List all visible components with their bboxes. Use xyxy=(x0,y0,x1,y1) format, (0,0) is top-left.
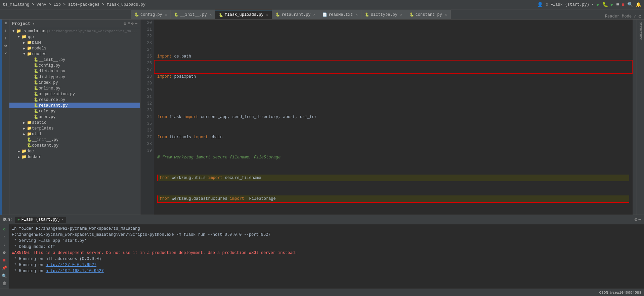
tree-item-root[interactable]: ▼ 📁 ts_malatang F:\zhangenwei\pycharm_wo… xyxy=(9,28,140,34)
run-tab-active[interactable]: ▶ Flask (start.py) ✕ xyxy=(15,217,66,223)
code-content: 20 21 22 23 24 25 26 27 28 29 30 31 32 3… xyxy=(140,20,637,215)
run-pin-btn[interactable]: 📌 xyxy=(1,265,8,271)
tree-item-docker[interactable]: ▶ 📁 docker xyxy=(9,154,140,160)
tree-item-templates[interactable]: ▶ 📁 templates xyxy=(9,125,140,131)
code-editor[interactable]: 20 21 22 23 24 25 26 27 28 29 30 31 32 3… xyxy=(140,20,637,215)
py-icon-dictdata: 🐍 xyxy=(34,69,39,74)
code-line-23 xyxy=(157,94,629,100)
project-icon-1[interactable]: ⊕ xyxy=(124,21,126,26)
struct-btn-1[interactable]: Structure xyxy=(638,21,643,41)
tree-item-dictdata[interactable]: 🐍 dictdata.py xyxy=(9,68,140,74)
tab-constant[interactable]: 🐍 constant.py ✕ xyxy=(406,10,451,19)
tab-config[interactable]: 🐍 config.py ✕ xyxy=(131,10,171,19)
arrow-static: ▶ xyxy=(22,121,27,125)
run-line-1: In folder F:/zhangenwei/pycharm_workspac… xyxy=(12,226,641,232)
close-run-tab[interactable]: ✕ xyxy=(61,217,64,222)
tab-flask-uploads[interactable]: 🐍 flask_uploads.py ✕ xyxy=(215,10,272,19)
coverage-icon[interactable]: ▶ xyxy=(611,2,613,7)
close-tab-dicttype[interactable]: ✕ xyxy=(400,12,402,17)
run-filter-btn[interactable]: 🔍 xyxy=(1,273,8,280)
tree-item-config[interactable]: 🐍 config.py xyxy=(9,63,140,68)
tree-item-doc[interactable]: ▶ 📁 doc xyxy=(9,148,140,154)
run-icon[interactable]: ▶ xyxy=(597,2,599,7)
close-tab-constant[interactable]: ✕ xyxy=(445,12,447,17)
tree-item-util[interactable]: ▶ 📁 util xyxy=(9,131,140,137)
status-info: CSDN @zew1040994588 xyxy=(599,291,641,295)
run-scroll-top-btn[interactable]: ↑ xyxy=(1,233,8,240)
run-scroll-bot-btn[interactable]: ↓ xyxy=(1,242,8,248)
py-icon-retaurant: 🐍 xyxy=(34,103,39,108)
arrow-root: ▼ xyxy=(11,29,16,33)
tree-item-static[interactable]: ▶ 📁 static xyxy=(9,120,140,125)
close-tab-config[interactable]: ✕ xyxy=(165,12,167,17)
code-line-24: from flask import current_app, send_from… xyxy=(157,114,629,120)
run-label: Run: xyxy=(3,217,12,222)
tree-item-base[interactable]: ▶ 📁 base xyxy=(9,40,140,45)
py-icon-user: 🐍 xyxy=(34,114,39,119)
project-header-icons: ⊕ ≡ ⚙ — xyxy=(124,21,137,26)
project-dropdown-icon[interactable]: ▾ xyxy=(33,22,35,26)
notification-icon[interactable]: 🔔 xyxy=(636,2,641,7)
more-icon[interactable]: ≡ xyxy=(616,2,619,7)
tree-item-dicttype[interactable]: 🐍 dicttype.py xyxy=(9,74,140,80)
debug-icon[interactable]: 🐛 xyxy=(602,2,608,7)
run-trash-btn[interactable]: 🗑 xyxy=(1,281,8,287)
run-settings-icon[interactable]: ⚙ xyxy=(634,217,637,222)
close-tab-retaurant[interactable]: ✕ xyxy=(313,12,316,17)
tree-item-user[interactable]: 🐍 user.py xyxy=(9,114,140,120)
nav-btn-1[interactable]: ≡ xyxy=(2,20,9,27)
account-icon[interactable]: 👤 xyxy=(537,2,543,7)
tree-item-index[interactable]: 🐍 index.py xyxy=(9,80,140,85)
nav-btn-2[interactable]: ↑ xyxy=(2,28,9,34)
tree-item-online[interactable]: 🐍 online.py xyxy=(9,85,140,91)
reader-mode-toggle[interactable]: ✓ xyxy=(634,13,636,19)
nav-btn-4[interactable]: ⚙ xyxy=(2,42,9,49)
code-line-26: # from werkzeug import secure_filename, … xyxy=(157,154,629,161)
arrow-templates: ▶ xyxy=(22,126,27,131)
py-icon-online: 🐍 xyxy=(34,86,39,91)
project-icon-3[interactable]: ⚙ xyxy=(131,21,134,26)
close-tab-init[interactable]: ✕ xyxy=(210,12,212,17)
tree-item-models[interactable]: ▶ 📁 models xyxy=(9,45,140,51)
right-scrollbar[interactable] xyxy=(633,20,637,215)
root-path: F:\zhangenwei\pycharm_workspace\ts_ma... xyxy=(49,29,138,33)
project-icon-2[interactable]: ≡ xyxy=(127,21,130,26)
title-path: ts_malatang > venv > Lib > site-packages… xyxy=(3,2,145,7)
nav-btn-5[interactable]: ✕ xyxy=(2,50,9,57)
arrow-doc: ▶ xyxy=(16,149,22,153)
editor-row: ≡ ↑ ↓ ⚙ ✕ Project ▾ ⊕ ≡ ⚙ — ▼ xyxy=(0,20,644,215)
tree-item-routes[interactable]: ▼ 📁 routes xyxy=(9,51,140,57)
tree-item-resource[interactable]: 🐍 resource.py xyxy=(9,97,140,103)
search-icon[interactable]: 🔍 xyxy=(627,2,633,7)
project-icon-4[interactable]: — xyxy=(135,21,137,26)
tree-item-routes-init[interactable]: 🐍 __init__.py xyxy=(9,57,140,63)
settings-icon[interactable]: ⚙ xyxy=(639,13,641,19)
folder-icon-util: 📁 xyxy=(27,132,32,137)
run-minimize-icon[interactable]: — xyxy=(639,217,641,222)
tree-label-static: static xyxy=(32,120,46,125)
tree-label-dictdata: dictdata.py xyxy=(39,69,65,74)
stop-icon[interactable]: ■ xyxy=(622,2,625,7)
title-bar: ts_malatang > venv > Lib > site-packages… xyxy=(0,0,644,9)
link-192[interactable]: http://192.168.1.10:9527 xyxy=(46,269,104,273)
run-config-btn[interactable]: ⚙ xyxy=(1,249,8,256)
tree-root: ▼ 📁 ts_malatang F:\zhangenwei\pycharm_wo… xyxy=(9,28,140,160)
tab-retaurant[interactable]: 🐍 retaurant.py ✕ xyxy=(272,10,319,19)
left-nav-buttons: ≡ ↑ ↓ ⚙ ✕ xyxy=(2,20,9,215)
tree-item-role[interactable]: 🐍 role.py xyxy=(9,108,140,114)
run-stop-btn[interactable]: ■ xyxy=(1,257,8,264)
close-tab-flask-uploads[interactable]: ✕ xyxy=(266,13,269,17)
link-127[interactable]: http://127.0.0.1:9527 xyxy=(46,263,96,267)
tab-dicttype[interactable]: 🐍 dicttype.py ✕ xyxy=(361,10,406,19)
close-tab-readme[interactable]: ✕ xyxy=(355,12,358,17)
run-config-dropdown[interactable]: ⚙ Flask (start.py) ▾ xyxy=(546,2,594,7)
run-restart-btn[interactable]: ↺ xyxy=(1,226,8,232)
tab-init[interactable]: 🐍 __init__.py ✕ xyxy=(171,10,215,19)
tab-readme[interactable]: 📄 readMe.txt ✕ xyxy=(319,10,361,19)
tree-item-app[interactable]: ▼ 📁 app xyxy=(9,34,140,40)
nav-btn-3[interactable]: ↓ xyxy=(2,35,9,42)
tree-item-organization[interactable]: 🐍 organization.py xyxy=(9,91,140,97)
tree-item-app-init[interactable]: 🐍 __init__.py xyxy=(9,137,140,143)
tree-item-constant[interactable]: 🐍 constant.py xyxy=(9,143,140,148)
tree-item-retaurant[interactable]: 🐍 retaurant.py xyxy=(9,103,140,108)
